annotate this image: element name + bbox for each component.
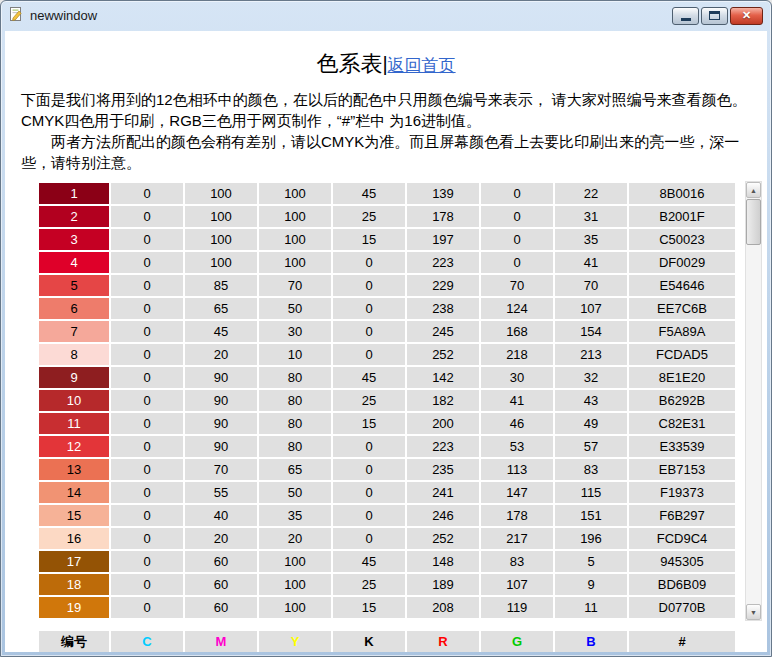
- c-value: 0: [111, 252, 183, 273]
- g-value: 168: [481, 321, 553, 342]
- column-header-hex: #: [629, 631, 735, 652]
- maximize-button[interactable]: [701, 7, 728, 25]
- color-row: 401001000223041DF0029: [39, 252, 735, 273]
- m-value: 100: [185, 206, 257, 227]
- titlebar[interactable]: newwindow ✕: [1, 1, 771, 30]
- page-heading: 色系表|返回首页: [5, 49, 767, 81]
- column-header-b: B: [555, 631, 627, 652]
- color-row: 3010010015197035C50023: [39, 229, 735, 250]
- color-row: 1307065023511383EB7153: [39, 459, 735, 480]
- k-value: 45: [333, 551, 405, 572]
- y-value: 35: [259, 505, 331, 526]
- y-value: 80: [259, 367, 331, 388]
- color-row: 18060100251891079BD6B09: [39, 574, 735, 595]
- column-header-area: 编号CMYKRGB#: [37, 629, 767, 652]
- m-value: 20: [185, 344, 257, 365]
- c-value: 0: [111, 482, 183, 503]
- m-value: 55: [185, 482, 257, 503]
- m-value: 90: [185, 390, 257, 411]
- color-row: 1009080251824143B6292B: [39, 390, 735, 411]
- hex-value: FCD9C4: [629, 528, 735, 549]
- color-row: 1109080152004649C82E31: [39, 413, 735, 434]
- scroll-up-button[interactable]: ▲: [746, 182, 761, 198]
- close-button[interactable]: ✕: [730, 7, 763, 25]
- r-value: 238: [407, 298, 479, 319]
- color-row: 50857002297070E54646: [39, 275, 735, 296]
- m-value: 90: [185, 413, 257, 434]
- color-table-scroll[interactable]: 10100100451390228B00162010010025178031B2…: [37, 181, 739, 621]
- vertical-scrollbar[interactable]: ▲ ▼: [745, 181, 762, 621]
- r-value: 178: [407, 206, 479, 227]
- b-value: 213: [555, 344, 627, 365]
- k-value: 15: [333, 597, 405, 618]
- g-value: 218: [481, 344, 553, 365]
- color-swatch-cell: 19: [39, 597, 109, 618]
- m-value: 100: [185, 183, 257, 204]
- y-value: 100: [259, 551, 331, 572]
- m-value: 65: [185, 298, 257, 319]
- hex-value: D0770B: [629, 597, 735, 618]
- k-value: 0: [333, 252, 405, 273]
- scrollbar-thumb[interactable]: [746, 199, 761, 245]
- b-value: 22: [555, 183, 627, 204]
- c-value: 0: [111, 459, 183, 480]
- scroll-down-button[interactable]: ▼: [746, 604, 761, 620]
- c-value: 0: [111, 344, 183, 365]
- column-header-table: 编号CMYKRGB#: [37, 629, 737, 652]
- m-value: 70: [185, 459, 257, 480]
- color-row: 120908002235357E33539: [39, 436, 735, 457]
- hex-value: EB7153: [629, 459, 735, 480]
- b-value: 41: [555, 252, 627, 273]
- m-value: 40: [185, 505, 257, 526]
- column-header-number: 编号: [39, 631, 109, 652]
- hex-value: 945305: [629, 551, 735, 572]
- color-swatch-cell: 13: [39, 459, 109, 480]
- c-value: 0: [111, 597, 183, 618]
- color-swatch-cell: 11: [39, 413, 109, 434]
- r-value: 229: [407, 275, 479, 296]
- r-value: 200: [407, 413, 479, 434]
- c-value: 0: [111, 275, 183, 296]
- k-value: 25: [333, 206, 405, 227]
- hex-value: 8E1E20: [629, 367, 735, 388]
- g-value: 147: [481, 482, 553, 503]
- color-swatch-cell: 2: [39, 206, 109, 227]
- m-value: 85: [185, 275, 257, 296]
- r-value: 245: [407, 321, 479, 342]
- color-row: 8020100252218213FCDAD5: [39, 344, 735, 365]
- b-value: 32: [555, 367, 627, 388]
- k-value: 45: [333, 367, 405, 388]
- y-value: 100: [259, 206, 331, 227]
- color-swatch-cell: 16: [39, 528, 109, 549]
- r-value: 148: [407, 551, 479, 572]
- color-row: 190601001520811911D0770B: [39, 597, 735, 618]
- y-value: 100: [259, 252, 331, 273]
- k-value: 25: [333, 574, 405, 595]
- column-header-k: K: [333, 631, 405, 652]
- g-value: 119: [481, 597, 553, 618]
- color-row: 15040350246178151F6B297: [39, 505, 735, 526]
- b-value: 151: [555, 505, 627, 526]
- b-value: 31: [555, 206, 627, 227]
- g-value: 41: [481, 390, 553, 411]
- color-swatch-cell: 6: [39, 298, 109, 319]
- color-row: 9090804514230328E1E20: [39, 367, 735, 388]
- color-row: 7045300245168154F5A89A: [39, 321, 735, 342]
- page-title: 色系表: [316, 51, 382, 76]
- b-value: 49: [555, 413, 627, 434]
- hex-value: B6292B: [629, 390, 735, 411]
- k-value: 0: [333, 298, 405, 319]
- k-value: 25: [333, 390, 405, 411]
- b-value: 196: [555, 528, 627, 549]
- hex-value: C50023: [629, 229, 735, 250]
- color-swatch-cell: 10: [39, 390, 109, 411]
- back-home-link[interactable]: 返回首页: [388, 56, 456, 75]
- hex-value: F6B297: [629, 505, 735, 526]
- minimize-button[interactable]: [672, 7, 699, 25]
- hex-value: E33539: [629, 436, 735, 457]
- k-value: 0: [333, 528, 405, 549]
- m-value: 100: [185, 252, 257, 273]
- g-value: 113: [481, 459, 553, 480]
- hex-value: F5A89A: [629, 321, 735, 342]
- color-row: 10100100451390228B0016: [39, 183, 735, 204]
